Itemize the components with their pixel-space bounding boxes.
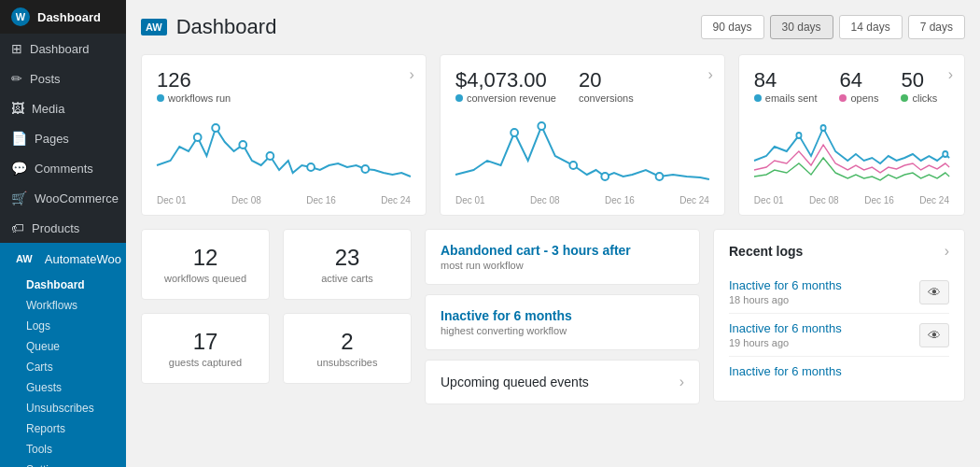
guests-value: 17 — [157, 329, 254, 355]
woocommerce-icon: 🛒 — [11, 191, 27, 205]
sidebar-item-posts[interactable]: ✏ Posts — [0, 64, 126, 93]
sidebar-item-media[interactable]: 🖼 Media — [0, 93, 126, 123]
revenue-metric: $4,073.00 conversion revenue — [455, 68, 556, 104]
conv-label-dec24: Dec 24 — [679, 195, 709, 205]
svg-point-4 — [307, 163, 315, 171]
title-area: AW Dashboard — [141, 15, 276, 39]
emails-sent-metric: 84 emails sent — [754, 68, 818, 104]
chart-label-dec16: Dec 16 — [306, 195, 336, 205]
log-item-3-link[interactable]: Inactive for 6 months — [729, 364, 842, 378]
email-label-dec08: Dec 08 — [809, 195, 839, 205]
chart-label-dec24: Dec 24 — [381, 195, 411, 205]
workflows-metrics: 126 workflows run — [157, 68, 411, 104]
log-item-2-eye-button[interactable]: 👁 — [919, 323, 949, 347]
main-content: AW Dashboard 90 days 30 days 14 days 7 d… — [126, 0, 980, 467]
upcoming-arrow[interactable]: › — [679, 374, 684, 390]
log-item-3-info: Inactive for 6 months — [729, 364, 842, 380]
log-item-3: Inactive for 6 months — [729, 357, 949, 388]
logs-arrow[interactable]: › — [945, 243, 949, 260]
log-item-2-info: Inactive for 6 months 19 hours ago — [729, 321, 842, 348]
sidebar-item-label: Media — [32, 102, 64, 116]
opens-dot — [839, 94, 847, 102]
automatewoo-section: AW AutomateWoo Dashboard Workflows Logs … — [0, 243, 126, 467]
emails-card-arrow[interactable]: › — [948, 66, 953, 83]
sidebar-item-label: Posts — [30, 72, 61, 86]
opens-value: 64 — [839, 68, 878, 92]
sidebar-item-label: Comments — [35, 162, 93, 176]
sub-unsubscribes[interactable]: Unsubscribes — [0, 398, 126, 418]
sidebar-item-label: Products — [32, 221, 79, 235]
workflows-dot — [157, 94, 164, 102]
sidebar-item-comments[interactable]: 💬 Comments — [0, 153, 126, 183]
revenue-label: conversion revenue — [455, 92, 556, 104]
email-label-dec01: Dec 01 — [754, 195, 784, 205]
logs-card: Recent logs › Inactive for 6 months 18 h… — [713, 229, 965, 402]
most-run-title[interactable]: Abandoned cart - 3 hours after — [441, 243, 684, 258]
sub-guests[interactable]: Guests — [0, 377, 126, 398]
filter-14-days[interactable]: 14 days — [839, 15, 903, 39]
middle-column: Abandoned cart - 3 hours after most run … — [425, 229, 700, 404]
revenue-dot — [455, 94, 463, 102]
dashboard-icon: ⊞ — [11, 41, 22, 56]
email-label-dec16: Dec 16 — [864, 195, 894, 205]
sidebar-item-label: WooCommerce — [35, 191, 119, 205]
sub-settings[interactable]: Settings — [0, 460, 126, 467]
sidebar-item-dashboard[interactable]: ⊞ Dashboard — [0, 34, 126, 64]
carts-label: active carts — [299, 273, 396, 284]
filter-90-days[interactable]: 90 days — [701, 15, 764, 39]
svg-point-12 — [820, 125, 825, 131]
sidebar-item-label: Pages — [35, 132, 69, 146]
filter-7-days[interactable]: 7 days — [908, 15, 965, 39]
log-item-1-link[interactable]: Inactive for 6 months — [729, 278, 842, 292]
right-column: Recent logs › Inactive for 6 months 18 h… — [713, 229, 965, 404]
most-run-sub: most run workflow — [441, 260, 684, 271]
workflows-card-arrow[interactable]: › — [410, 66, 414, 83]
conversions-card: › $4,073.00 conversion revenue 20 conver… — [440, 54, 725, 216]
sub-tools[interactable]: Tools — [0, 439, 126, 460]
pages-icon: 📄 — [11, 131, 27, 146]
opens-label: opens — [839, 92, 878, 104]
header-aw-badge: AW — [141, 19, 167, 35]
opens-metric: 64 opens — [839, 68, 878, 104]
filter-30-days[interactable]: 30 days — [770, 15, 833, 39]
sub-carts[interactable]: Carts — [0, 357, 126, 377]
emails-sent-label: emails sent — [754, 92, 818, 104]
svg-point-13 — [943, 151, 947, 157]
sub-queue[interactable]: Queue — [0, 336, 126, 357]
conversions-card-arrow[interactable]: › — [708, 66, 713, 83]
aw-badge: AW — [11, 250, 37, 267]
svg-point-3 — [267, 152, 274, 160]
bottom-section: 12 workflows queued 23 active carts 17 g… — [141, 229, 965, 404]
emails-chart — [754, 109, 949, 193]
sidebar-item-automatewoo[interactable]: AW AutomateWoo — [0, 243, 126, 275]
log-item-2-time: 19 hours ago — [729, 337, 842, 348]
sub-reports[interactable]: Reports — [0, 418, 126, 439]
sub-logs[interactable]: Logs — [0, 316, 126, 336]
log-item-2: Inactive for 6 months 19 hours ago 👁 — [729, 314, 949, 357]
carts-card: 23 active carts — [283, 229, 412, 300]
svg-point-7 — [538, 122, 545, 130]
comments-icon: 💬 — [11, 161, 27, 176]
wp-logo: W — [11, 7, 30, 26]
sidebar-item-woocommerce[interactable]: 🛒 WooCommerce — [0, 183, 126, 213]
highest-converting-workflow-card: Inactive for 6 months highest converting… — [425, 294, 700, 350]
conversions-metrics: $4,073.00 conversion revenue 20 conversi… — [455, 68, 709, 104]
sub-dashboard[interactable]: Dashboard — [0, 275, 126, 295]
revenue-value: $4,073.00 — [455, 68, 556, 92]
stats-cards-column: 12 workflows queued 23 active carts 17 g… — [141, 229, 412, 404]
sub-workflows[interactable]: Workflows — [0, 295, 126, 316]
page-title: Dashboard — [176, 15, 277, 39]
log-item-2-link[interactable]: Inactive for 6 months — [729, 321, 842, 335]
guests-label: guests captured — [157, 357, 254, 368]
sidebar-item-products[interactable]: 🏷 Products — [0, 213, 126, 243]
products-icon: 🏷 — [11, 220, 24, 235]
conv-label-dec08: Dec 08 — [530, 195, 560, 205]
log-item-1-info: Inactive for 6 months 18 hours ago — [729, 278, 842, 305]
posts-icon: ✏ — [11, 71, 22, 86]
log-item-1: Inactive for 6 months 18 hours ago 👁 — [729, 271, 949, 314]
sidebar: W Dashboard ⊞ Dashboard ✏ Posts 🖼 Media … — [0, 0, 126, 467]
emails-chart-labels: Dec 01 Dec 08 Dec 16 Dec 24 — [754, 195, 949, 205]
sidebar-item-pages[interactable]: 📄 Pages — [0, 123, 126, 153]
log-item-1-eye-button[interactable]: 👁 — [919, 280, 949, 304]
highest-converting-title[interactable]: Inactive for 6 months — [441, 308, 684, 323]
